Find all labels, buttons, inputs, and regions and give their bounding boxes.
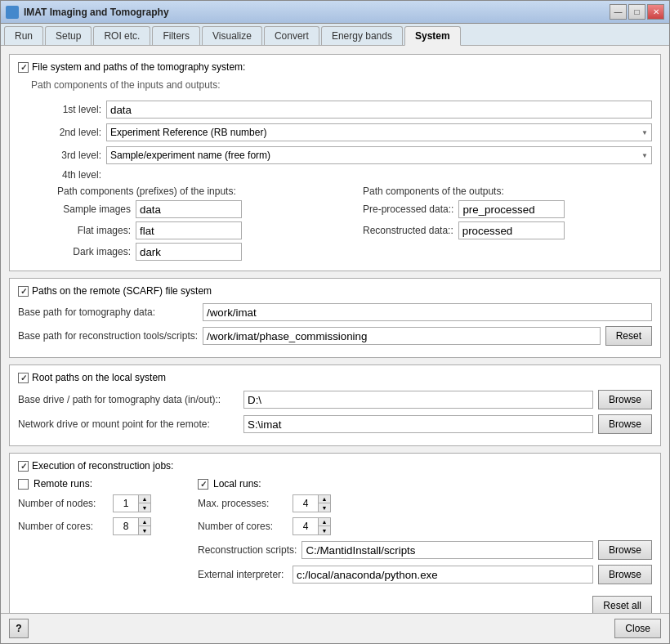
nodes-up-button[interactable]: ▲ [139,495,150,503]
flat-input[interactable] [136,221,242,239]
level4-label: 4th level: [44,169,101,181]
remote-checkbox[interactable] [18,286,29,297]
inputs-header-row: Path components (prefixes) of the inputs… [57,186,346,197]
base-recon-row: Base path for reconstruction tools/scrip… [18,326,652,346]
base-drive-label: Base drive / path for tomography data (i… [18,394,239,405]
cores-local-spinbox[interactable]: ▲ ▼ [293,517,331,535]
base-tomo-label: Base path for tomography data: [18,306,198,318]
execution-section: Execution of reconstruction jobs: Remote… [9,453,661,613]
filesystem-section: File system and paths of the tomography … [9,54,661,271]
execution-checkbox[interactable] [18,461,29,472]
nodes-input[interactable] [114,495,138,512]
base-drive-row: Base drive / path for tomography data (i… [18,390,652,409]
max-proc-up-button[interactable]: ▲ [319,495,330,503]
nodes-down-button[interactable]: ▼ [139,503,150,512]
preprocessed-label: Pre-processed data:: [363,203,453,215]
local-runs-checkbox[interactable] [198,479,208,490]
help-button[interactable]: ? [9,619,29,638]
recon-scripts-browse-button[interactable]: Browse [598,540,652,560]
nodes-row: Number of nodes: ▲ ▼ [18,494,181,512]
cores-local-up-button[interactable]: ▲ [319,518,330,526]
level2-row: 2nd level: Experiment Reference (RB numb… [31,123,652,141]
remote-runs-header: Remote runs: [18,478,181,490]
filesystem-body: Path components of the inputs and output… [18,79,652,264]
minimize-button[interactable]: — [610,4,627,20]
app-icon [6,6,19,19]
level2-dropdown[interactable]: Experiment Reference (RB number) ▼ [106,123,652,141]
cores-local-spinbox-btns: ▲ ▼ [318,518,330,534]
max-proc-spinbox[interactable]: ▲ ▼ [293,494,331,512]
tab-setup[interactable]: Setup [45,26,92,45]
window-title: IMAT Imaging and Tomography [24,7,605,18]
base-recon-label: Base path for reconstruction tools/scrip… [18,330,198,342]
close-button[interactable]: Close [614,619,661,638]
sample-input[interactable] [136,200,242,218]
recon-scripts-input[interactable] [302,541,593,559]
sample-label: Sample images [57,203,131,215]
execution-header: Execution of reconstruction jobs: [18,460,652,472]
nodes-spinbox-btns: ▲ ▼ [138,495,150,512]
remote-header: Paths on the remote (SCARF) file system [18,285,652,297]
tab-energy[interactable]: Energy bands [321,26,403,45]
cores-remote-spinbox[interactable]: ▲ ▼ [113,517,151,535]
tab-filters[interactable]: Filters [152,26,200,45]
path-grid: Path components (prefixes) of the inputs… [31,186,652,264]
preprocessed-input[interactable] [458,200,565,218]
root-section: Root paths on the local system Base driv… [9,364,661,446]
root-checkbox[interactable] [18,373,29,383]
close-title-button[interactable]: ✕ [647,4,664,20]
execution-label: Execution of reconstruction jobs: [32,460,173,472]
preprocessed-row: Pre-processed data:: [363,200,652,218]
tab-system[interactable]: System [404,26,461,46]
remote-runs-checkbox[interactable] [18,479,29,490]
cores-local-row: Number of cores: ▲ ▼ [198,517,652,535]
restore-button[interactable]: □ [628,4,645,20]
reconstructed-label: Reconstructed data:: [363,225,453,236]
remote-col: Remote runs: Number of nodes: ▲ ▼ [18,478,181,589]
outputs-label: Path components of the outputs: [363,186,504,197]
flat-label: Flat images: [57,225,131,236]
level3-row: 3rd level: Sample/experiment name (free … [31,146,652,164]
outputs-col: Path components of the outputs: Pre-proc… [363,186,652,264]
base-drive-input[interactable] [243,391,593,409]
reset-all-button[interactable]: Reset all [592,596,652,613]
title-bar: IMAT Imaging and Tomography — □ ✕ [1,1,669,24]
base-drive-browse-button[interactable]: Browse [598,390,652,409]
cores-remote-up-button[interactable]: ▲ [139,518,150,526]
cores-remote-input[interactable] [114,518,138,534]
path-components-row: Path components of the inputs and output… [31,79,652,96]
tab-visualize[interactable]: Visualize [202,26,262,45]
dark-label: Dark images: [57,246,131,257]
cores-remote-down-button[interactable]: ▼ [139,526,150,534]
network-input[interactable] [243,415,593,433]
cores-local-down-button[interactable]: ▼ [319,526,330,534]
level1-label: 1st level: [44,104,101,115]
filesystem-checkbox[interactable] [18,62,29,73]
level3-dropdown[interactable]: Sample/experiment name (free form) ▼ [106,146,652,164]
network-browse-button[interactable]: Browse [598,414,652,434]
cores-local-input[interactable] [293,518,318,534]
base-recon-input[interactable] [203,327,601,345]
recon-scripts-label: Reconstruction scripts: [198,544,297,556]
cores-remote-spinbox-btns: ▲ ▼ [138,518,150,534]
dark-input[interactable] [136,243,242,261]
main-window: IMAT Imaging and Tomography — □ ✕ Run Se… [0,0,670,644]
inputs-label: Path components (prefixes) of the inputs… [57,186,236,197]
ext-interp-input[interactable] [293,566,593,584]
level1-input[interactable] [106,101,652,119]
cores-local-label: Number of cores: [198,521,288,532]
level1-row: 1st level: [31,101,652,119]
tab-roi[interactable]: ROI etc. [93,26,150,45]
base-tomo-input[interactable] [203,303,652,321]
tab-run[interactable]: Run [4,26,43,45]
bottom-bar: ? Close [1,613,669,643]
tab-convert[interactable]: Convert [264,26,319,45]
max-proc-down-button[interactable]: ▼ [319,503,330,512]
remote-section: Paths on the remote (SCARF) file system … [9,278,661,358]
max-proc-input[interactable] [293,495,318,512]
ext-interp-browse-button[interactable]: Browse [598,565,652,584]
remote-reset-button[interactable]: Reset [605,326,652,346]
nodes-spinbox[interactable]: ▲ ▼ [113,494,151,512]
reconstructed-input[interactable] [458,221,565,239]
local-runs-header: Local runs: [198,478,652,490]
